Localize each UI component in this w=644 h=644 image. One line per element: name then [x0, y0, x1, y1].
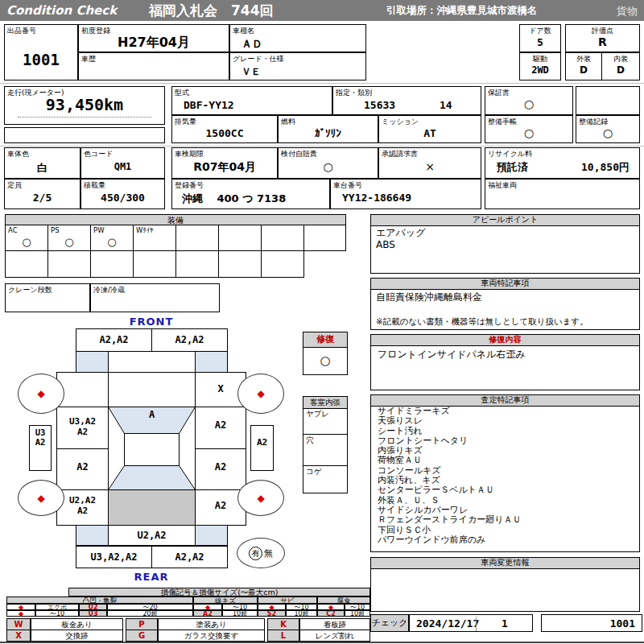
wheel-damage-icon: ◆ — [37, 493, 44, 503]
appeal-points-box: アピールポイント エアバッグ ABS — [370, 214, 640, 274]
spare-yes-mark: 有 — [249, 547, 262, 560]
approval-request-label: 承認請求書 — [382, 149, 418, 159]
color-code-label: 色コード — [84, 149, 113, 159]
chassis-number-value: YY12-186649 — [342, 192, 411, 204]
empty-cell — [4, 127, 165, 143]
equipment-slot-mark: ○ — [48, 236, 90, 248]
drive-label: 駆動 — [520, 54, 560, 64]
maintenance-book-cell: 整備手帳 ○ — [485, 115, 573, 143]
damage-code: A2 — [76, 461, 88, 473]
lot-number-value: 1001 — [5, 51, 77, 68]
exterior-grade-value: D — [566, 64, 601, 76]
brand-logo: Condition Check — [6, 3, 117, 18]
equipment-slot — [90, 250, 134, 278]
model-name-value: ＡＤ — [242, 37, 262, 52]
equipment-slot: AC○ — [5, 225, 48, 251]
front-label: FRONT — [76, 316, 227, 328]
change-info-box: 車両変更情報 — [370, 557, 640, 612]
class-cell: 指定・類別 15633 14 — [332, 86, 481, 115]
spare-no-mark: 無 — [264, 547, 273, 559]
insurance-cell: 検付自賠責 ○ — [278, 147, 378, 179]
grade-value: ＶＥ — [242, 65, 261, 79]
damage-code: U2,A2 A2 — [69, 495, 96, 516]
rear-left-wheel: ◆ — [18, 480, 64, 516]
legend-code-u3: U3 — [79, 610, 107, 617]
right-front-door-cell: A2 — [195, 407, 246, 449]
rating-cell: 評価点 R — [565, 24, 640, 52]
auction-title: 福岡入札会 744回 — [149, 2, 274, 20]
capacity-cell: 定員 2/5 — [4, 179, 80, 209]
freezer-label: 冷凍/冷蔵 — [93, 285, 125, 295]
front-left-wheel: ◆ — [18, 374, 64, 414]
interior-grade-value: D — [602, 64, 639, 76]
rear-bumper-right-cell: A2,A2 — [151, 546, 228, 568]
equipment-slot — [175, 225, 219, 251]
right-sill-cell: A2 — [250, 425, 274, 471]
legend-code-s2: S2 — [258, 610, 286, 617]
equipment-slot-label: PW — [93, 226, 105, 234]
equipment-header: 装備 — [5, 214, 346, 225]
pickup-location: 引取場所：沖縄県豊見城市渡橋名 — [386, 4, 538, 18]
check-lot-value: 1001 — [610, 617, 635, 630]
bonnet-cell — [108, 351, 196, 373]
legend-size: 〜20 — [107, 604, 193, 610]
equipment-slot — [47, 250, 91, 278]
damage-code: A2 — [215, 500, 226, 511]
doors-value: 5 — [520, 36, 560, 48]
left-front-fender-cell — [56, 372, 109, 407]
wheel-damage-icon: ◆ — [37, 389, 44, 398]
registration-number-value: 沖縄 400 つ 7138 — [182, 192, 286, 206]
recycle-fee-cell: リサイクル料 預託済 10,850円 — [485, 147, 640, 179]
doors-label: ドア数 — [520, 26, 560, 36]
legend-size: 10超 — [345, 610, 370, 617]
body-color-cell: 車体色 白 — [4, 147, 80, 179]
approval-request-cell: 承認請求書 × — [378, 147, 481, 179]
recycle-fee-label: リサイクル料 — [488, 149, 532, 159]
cowl-cell — [108, 372, 196, 407]
spare-tire-indicator: 有 無 — [237, 538, 285, 568]
registration-number-cell: 登録番号 沖縄 400 つ 7138 — [171, 179, 330, 209]
equipment-slot-mark: ○ — [6, 236, 47, 248]
color-code-value: QM1 — [81, 161, 164, 172]
wheel-damage-icon: ◆ — [257, 389, 264, 398]
damage-code: U3,A2,A2 — [91, 551, 138, 563]
front-right-wheel: ◆ — [237, 374, 284, 414]
model-name-label: 車種名 — [233, 26, 254, 36]
damage-code: X — [217, 383, 223, 394]
legend-dent-name: エクボ — [35, 604, 79, 610]
freezer-cell: 冷凍/冷蔵 — [90, 283, 220, 312]
first-registration-value: H27年04月 — [79, 35, 229, 52]
transmission-value: AT — [379, 127, 481, 139]
cabin-lining-box: 客室内張 ヤブレ 穴 コゲ — [303, 396, 348, 493]
check-count-value: 1 — [477, 617, 533, 630]
warranty-mark: ○ — [485, 97, 572, 110]
doors-cell: ドア数 5 — [519, 24, 561, 52]
rear-window-shape — [109, 466, 196, 490]
front-bumper-right-cell: A2,A2 — [151, 328, 228, 352]
mark-code-g: G — [126, 630, 158, 642]
fuel-value: ｶﾞｿﾘﾝ — [279, 127, 378, 139]
crane-steps-cell: クレーン段数 — [5, 283, 90, 312]
repair-content-header: 修復内容 — [371, 335, 639, 346]
damage-code: U2,A2 — [137, 530, 166, 541]
equipment-slot-label: PS — [51, 226, 60, 234]
legend-title: 損傷記号＆損傷サイズ(〜最大cm) — [68, 588, 370, 597]
equipment-slot — [133, 250, 176, 278]
model-code-cell: 型式 DBF-YY12 — [171, 86, 332, 115]
load-capacity-value: 450/300 — [81, 192, 164, 204]
capacity-label: 定員 — [7, 180, 22, 191]
diamond-icon: ◆ — [6, 604, 35, 610]
cabin-lining-header: 客室内張 — [303, 397, 347, 409]
equipment-slot — [261, 225, 304, 251]
recycle-fee-value: 10,850円 — [581, 160, 630, 175]
inspection-expiry-cell: 車検期限 R07年04月 — [171, 147, 278, 179]
check-date-box: 2024/12/17 1 — [409, 614, 533, 632]
legend-size: 10超 — [286, 610, 317, 617]
mark-label-x: 交換跡 — [31, 630, 123, 642]
glass-roof-graphic — [108, 407, 196, 526]
mark-code-k: K — [267, 618, 299, 630]
vehicle-notes-header: 車両特記事項 — [371, 279, 639, 290]
left-rear-door-cell: A2 — [56, 448, 109, 490]
vehicle-history-cell: 車歴 — [78, 52, 229, 80]
mark-label-g: ガラス交換要す — [158, 630, 265, 642]
